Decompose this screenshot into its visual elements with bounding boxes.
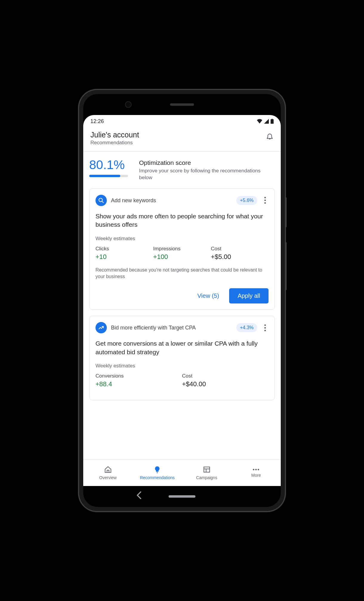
score-progress-bar	[89, 175, 128, 177]
app-header: Julie's account Recommendations	[83, 128, 281, 151]
metric-label: Cost	[211, 246, 269, 252]
content-area: 80.1% Optimization score Improve your sc…	[83, 151, 281, 459]
apply-all-button[interactable]: Apply all	[229, 288, 269, 303]
score-title: Optimization score	[139, 159, 275, 166]
estimates-label: Weekly estimates	[95, 236, 269, 242]
estimates-label: Weekly estimates	[95, 363, 269, 369]
speaker-grille	[170, 103, 194, 106]
card-title: Bid more efficiently with Target CPA	[111, 324, 232, 331]
optimization-score-section: 80.1% Optimization score Improve your sc…	[89, 159, 275, 181]
status-time: 12:26	[90, 118, 104, 125]
nav-label: Recommendations	[140, 475, 175, 480]
nav-more[interactable]: More	[232, 459, 281, 486]
svg-point-7	[258, 469, 259, 470]
metric-value: +10	[95, 253, 153, 261]
card-headline: Get more conversions at a lower or simil…	[95, 339, 269, 356]
home-pill[interactable]	[169, 495, 195, 498]
metric-value: +100	[153, 253, 211, 261]
svg-point-5	[253, 469, 255, 470]
card-title: Add new keywords	[111, 197, 232, 204]
score-description: Improve your score by following the reco…	[139, 168, 275, 181]
lightbulb-icon	[153, 466, 161, 473]
metric-value: +$5.00	[211, 253, 269, 261]
nav-overview[interactable]: Overview	[83, 459, 133, 486]
metric-label: Impressions	[153, 246, 211, 252]
recommendation-card: Add new keywords +5.6% Show your ads mor…	[89, 188, 275, 310]
volume-button	[286, 242, 287, 290]
recommendation-reason: Recommended because you're not targeting…	[95, 267, 269, 280]
view-button[interactable]: View (5)	[193, 289, 223, 302]
nav-label: More	[251, 473, 261, 478]
page-subtitle: Recommendations	[90, 140, 139, 146]
recommendation-card: Bid more efficiently with Target CPA +4.…	[89, 316, 275, 400]
metric-label: Clicks	[95, 246, 153, 252]
metrics-row: Conversions +88.4 Cost +$40.00	[95, 373, 269, 388]
nav-recommendations[interactable]: Recommendations	[133, 459, 182, 486]
svg-line-1	[102, 201, 104, 203]
account-name: Julie's account	[90, 131, 139, 139]
svg-point-6	[255, 469, 257, 470]
search-icon	[95, 195, 107, 206]
status-bar: 12:26	[83, 115, 281, 128]
trend-icon	[95, 322, 107, 333]
card-headline: Show your ads more often to people searc…	[95, 212, 269, 229]
metric-value: +$40.00	[182, 380, 269, 388]
svg-rect-2	[204, 467, 210, 472]
score-progress-fill	[89, 175, 120, 177]
phone-frame: 12:26 Julie's account Recommendations	[79, 90, 285, 511]
system-nav	[83, 491, 281, 502]
metric-label: Conversions	[95, 373, 182, 379]
metric-label: Cost	[182, 373, 269, 379]
more-horizontal-icon	[252, 468, 260, 471]
notifications-button[interactable]	[266, 132, 274, 141]
power-button	[286, 197, 287, 227]
battery-icon	[271, 119, 274, 124]
nav-campaigns[interactable]: Campaigns	[182, 459, 232, 486]
bell-icon	[266, 132, 274, 140]
wifi-icon	[257, 119, 262, 124]
camera-dot	[125, 101, 132, 108]
nav-label: Campaigns	[196, 475, 217, 480]
bottom-nav: Overview Recommendations Campaigns More	[83, 459, 281, 486]
score-value: 80.1%	[89, 159, 132, 171]
table-icon	[203, 466, 211, 473]
score-uplift-badge: +5.6%	[236, 196, 257, 205]
nav-label: Overview	[99, 475, 117, 480]
card-more-button[interactable]	[261, 197, 269, 204]
metric-value: +88.4	[95, 380, 182, 388]
score-uplift-badge: +4.3%	[236, 323, 257, 332]
metrics-row: Clicks +10 Impressions +100 Cost +$5.00	[95, 246, 269, 261]
home-icon	[104, 466, 112, 473]
card-more-button[interactable]	[261, 324, 269, 331]
cellular-icon	[264, 119, 269, 124]
back-button[interactable]	[136, 491, 142, 502]
